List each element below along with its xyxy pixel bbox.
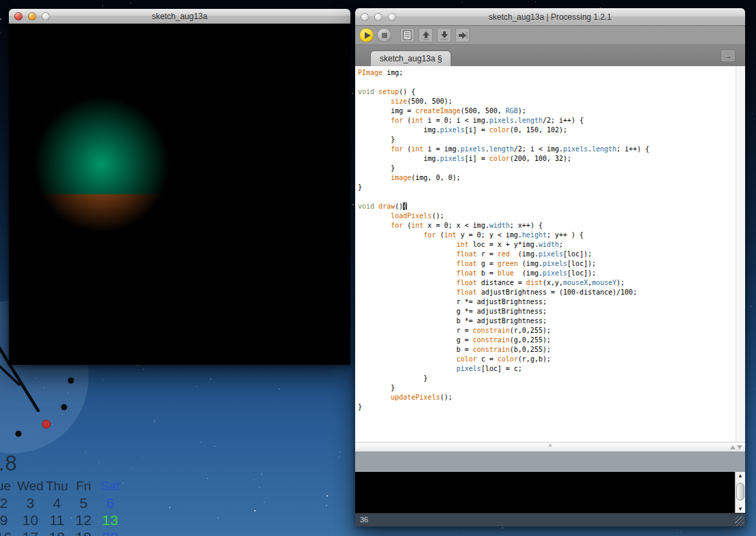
code-line: } <box>358 383 734 393</box>
star <box>456 530 457 531</box>
star <box>261 474 262 475</box>
code-line: for (int i = img.pixels.length/2; i < im… <box>358 145 734 154</box>
run-button[interactable] <box>359 28 374 42</box>
ide-statusbar: 36 <box>355 513 745 526</box>
calendar-day-cell: 10 <box>17 511 44 528</box>
ide-titlebar[interactable]: sketch_aug13a | Processing 1.2.1 <box>355 8 745 26</box>
clock-marker-dot <box>16 431 22 437</box>
console-output[interactable]: ▲ ▼ <box>355 472 745 513</box>
tab-menu-button[interactable]: → <box>721 49 736 62</box>
calendar-day-cell: 5 <box>70 494 97 511</box>
calendar-grid: ueWedThuFriSat234569101112131617181920 <box>0 477 124 536</box>
star <box>339 451 340 452</box>
calendar-day-header: Wed <box>17 477 44 494</box>
code-line: void setup() { <box>358 87 734 97</box>
new-sketch-button[interactable] <box>400 28 414 42</box>
calendar-widget: .8 ueWedThuFriSat23456910111213161718192… <box>0 450 143 536</box>
clock-alarm-dot <box>42 420 50 428</box>
stop-icon <box>382 33 387 38</box>
calendar-day-cell: 12 <box>70 511 97 528</box>
code-line: r = constrain(r,0,255); <box>358 326 734 336</box>
ide-tabbar: sketch_aug13a § → <box>355 45 745 66</box>
star <box>353 437 354 438</box>
console-size-arrows[interactable] <box>730 445 742 449</box>
star <box>207 478 208 479</box>
star <box>0 32 1 33</box>
star <box>502 527 503 528</box>
calendar-day-cell: 6 <box>97 494 123 511</box>
console-scrollbar[interactable]: ▲ ▼ <box>735 472 745 513</box>
editor-scrollbar[interactable] <box>736 66 745 442</box>
star <box>352 204 354 205</box>
star <box>680 531 681 532</box>
code-line: } <box>358 135 734 145</box>
calendar-day-cell: 17 <box>17 528 44 536</box>
code-line: g *= adjustBrightness; <box>358 307 734 316</box>
code-line: float g = green (img.pixels[loc]); <box>358 259 734 269</box>
sketch-green-half <box>9 24 350 194</box>
code-line: r *= adjustBrightness; <box>358 297 734 307</box>
star <box>535 1 536 2</box>
code-line: size(500, 500); <box>358 97 734 106</box>
code-line: img.pixels[i] = color(200, 100, 32); <box>358 154 734 164</box>
code-line: for (int i = 0; i < img.pixels.length/2;… <box>358 116 734 125</box>
calendar-week-row: 1617181920 <box>0 528 124 536</box>
play-icon <box>365 32 371 39</box>
star <box>327 495 328 496</box>
star <box>259 487 260 488</box>
arrow-right-icon: → <box>724 51 732 61</box>
open-button[interactable] <box>419 28 433 42</box>
sketch-canvas[interactable] <box>9 24 350 365</box>
calendar-day-cell: 9 <box>0 511 17 528</box>
star <box>264 502 264 503</box>
export-button[interactable] <box>455 28 470 42</box>
resize-grip[interactable] <box>735 516 744 526</box>
code-line <box>358 192 734 202</box>
star <box>339 457 339 458</box>
star <box>169 507 170 508</box>
window-title: sketch_aug13a <box>9 9 350 24</box>
stop-button[interactable] <box>377 28 391 42</box>
calendar-week-row: 910111213 <box>0 511 124 528</box>
save-button[interactable] <box>437 28 451 42</box>
scroll-up-icon[interactable]: ▲ <box>736 473 745 479</box>
scrollbar-thumb[interactable] <box>736 483 744 501</box>
calendar-day-cell: 19 <box>70 528 97 536</box>
window-title: sketch_aug13a | Processing 1.2.1 <box>355 8 745 26</box>
processing-ide-window: sketch_aug13a | Processing 1.2.1 sketch_… <box>355 8 745 526</box>
calendar-day-cell: 13 <box>97 511 123 528</box>
calendar-day-cell: 20 <box>97 528 123 536</box>
tab-sketch-aug13a[interactable]: sketch_aug13a § <box>370 50 451 66</box>
calendar-day-header: Sat <box>97 477 123 494</box>
star <box>352 93 353 94</box>
sketch-window-titlebar[interactable]: sketch_aug13a <box>9 9 350 24</box>
code-line: int loc = x + y*img.width; <box>358 240 734 250</box>
star <box>326 505 327 506</box>
collapse-caret-icon: ^ <box>549 443 551 450</box>
clock-marker-dot <box>68 378 74 384</box>
star <box>200 442 201 443</box>
code-line: } <box>358 374 734 383</box>
arrow-right-icon <box>458 31 468 40</box>
calendar-day-cell: 2 <box>0 494 17 511</box>
scroll-down-icon[interactable]: ▼ <box>736 506 745 512</box>
code-line: } <box>358 183 734 192</box>
code-editor[interactable]: PImage img; void setup() { size(500, 500… <box>355 66 745 442</box>
clock-marker-dot <box>61 404 67 411</box>
sketch-output-window: sketch_aug13a <box>9 9 350 365</box>
code-line: updatePixels(); <box>358 393 734 402</box>
star <box>254 479 254 480</box>
line-number-indicator: 36 <box>360 513 368 526</box>
calendar-header-row: ueWedThuFriSat <box>0 477 124 494</box>
calendar-week-row: 23456 <box>0 494 124 511</box>
ide-toolbar <box>355 26 745 45</box>
code-line: for (int y = 0; y < img.height; y++ ) { <box>358 230 734 240</box>
star <box>753 119 754 119</box>
star <box>0 18 1 20</box>
code-line: img.pixels[i] = color(0, 150, 102); <box>358 125 734 135</box>
desktop: { "palette": { "code_function": "#cc6600… <box>0 0 756 536</box>
code-line: img = createImage(500, 500, RGB); <box>358 106 734 116</box>
star <box>196 386 197 387</box>
arrow-up-icon <box>730 445 736 449</box>
console-separator[interactable]: ^ <box>355 442 745 451</box>
